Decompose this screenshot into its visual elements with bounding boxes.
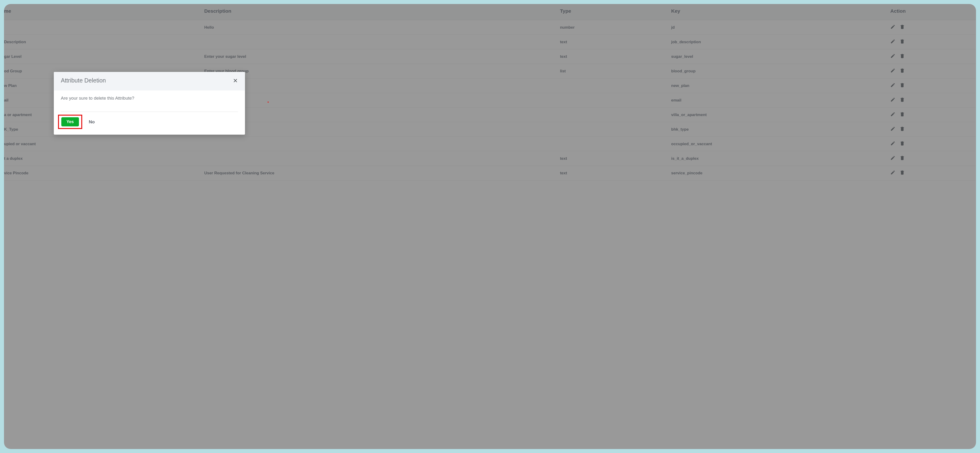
content-panel: me Description Type Key Action Hellonumb… xyxy=(4,4,976,449)
modal-backdrop[interactable] xyxy=(4,4,976,449)
modal-close-button[interactable] xyxy=(233,78,238,83)
yes-highlight-box: Yes xyxy=(58,115,82,129)
modal-message: Are your sure to delete this Attribute? xyxy=(54,91,245,103)
page-frame: me Description Type Key Action Hellonumb… xyxy=(4,4,976,449)
modal-header: Attribute Deletion xyxy=(54,72,245,91)
close-icon xyxy=(233,78,238,83)
red-dot-annotation xyxy=(267,102,269,103)
modal-title: Attribute Deletion xyxy=(61,77,106,84)
confirm-no-button[interactable]: No xyxy=(89,120,95,124)
modal-footer: Yes No xyxy=(54,112,245,135)
confirm-yes-button[interactable]: Yes xyxy=(61,117,79,126)
attribute-deletion-modal: Attribute Deletion Are your sure to dele… xyxy=(54,72,245,135)
